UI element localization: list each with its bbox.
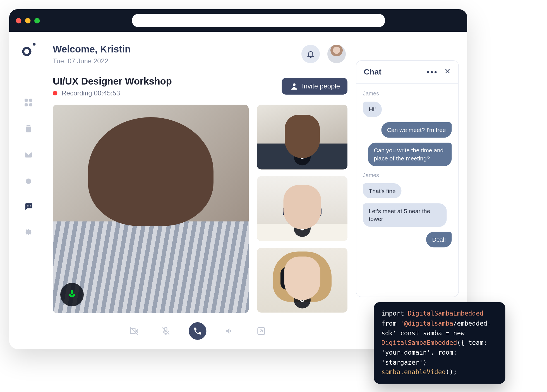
chat-message-in: Hi! — [363, 102, 382, 117]
invite-people-button[interactable]: Invite people — [282, 78, 347, 95]
window-maximize-dot[interactable] — [34, 18, 40, 23]
chat-close-button[interactable] — [444, 68, 451, 76]
toggle-volume-button[interactable] — [221, 322, 238, 340]
bell-icon — [306, 50, 315, 58]
nav-item-chat[interactable] — [24, 202, 33, 211]
nav-item-dashboard[interactable] — [24, 98, 33, 107]
notifications-button[interactable] — [301, 45, 320, 63]
share-screen-button[interactable] — [253, 322, 270, 340]
main-column: Welcome, Kristin Tue, 07 June 2022 UI/UX… — [48, 32, 356, 349]
code-token: import — [382, 310, 408, 317]
url-bar[interactable] — [132, 14, 385, 27]
meeting-title-block: UI/UX Designer Workshop Recording 00:45:… — [53, 76, 172, 97]
svg-point-6 — [28, 205, 30, 206]
svg-rect-3 — [29, 103, 32, 106]
nav-list — [24, 98, 33, 237]
svg-point-7 — [30, 205, 31, 206]
nav-item-inbox[interactable] — [24, 150, 33, 159]
recording-dot-icon — [53, 91, 57, 96]
microphone-icon — [299, 153, 306, 160]
window-close-dot[interactable] — [16, 18, 21, 23]
invite-people-label: Invite people — [302, 83, 340, 90]
stopwatch-icon — [24, 176, 33, 185]
user-avatar[interactable] — [327, 45, 346, 63]
participant-tile[interactable] — [257, 104, 347, 169]
chat-sender-label: James — [363, 172, 452, 178]
mic-indicator — [294, 220, 311, 237]
svg-rect-0 — [25, 99, 28, 102]
nav-item-settings[interactable] — [24, 228, 33, 237]
code-token: (); — [446, 368, 457, 376]
code-token: '@digitalsamba — [400, 319, 453, 327]
chat-bubble-icon — [24, 202, 33, 211]
active-speaker-tile[interactable] — [53, 104, 249, 313]
code-snippet-card: import DigitalSambaEmbedded from '@digit… — [374, 302, 505, 384]
camera-off-icon — [129, 326, 139, 336]
welcome-text: Welcome, Kristin — [53, 43, 131, 56]
chat-message-in: Let's meet at 5 near the tower — [363, 204, 447, 227]
participant-tile[interactable] — [257, 176, 347, 241]
microphone-icon — [67, 289, 78, 300]
window-controls — [16, 18, 40, 23]
title-bar — [9, 9, 467, 32]
svg-rect-2 — [25, 103, 28, 106]
sidebar — [9, 32, 48, 349]
browser-window: Welcome, Kristin Tue, 07 June 2022 UI/UX… — [9, 9, 467, 349]
video-grid — [48, 104, 347, 315]
participant-tile[interactable] — [257, 247, 347, 312]
microphone-icon — [299, 296, 306, 304]
mic-indicator — [294, 292, 311, 308]
meeting-toolbar — [48, 315, 347, 349]
microphone-off-icon — [161, 326, 171, 336]
chat-message-out: Can you write the time and place of the … — [368, 143, 452, 166]
app-body: Welcome, Kristin Tue, 07 June 2022 UI/UX… — [9, 32, 467, 349]
microphone-icon — [299, 225, 306, 232]
participant-thumbnails — [257, 104, 347, 315]
meeting-title: UI/UX Designer Workshop — [53, 76, 172, 87]
code-token: DigitalSambaEmbedded — [382, 339, 457, 347]
chat-header-actions — [427, 68, 451, 76]
toggle-mic-button[interactable] — [157, 322, 175, 340]
close-icon — [444, 68, 451, 74]
chat-header: Chat — [356, 61, 459, 84]
window-minimize-dot[interactable] — [25, 18, 31, 23]
share-icon — [257, 326, 266, 336]
phone-icon — [193, 326, 202, 336]
chat-message-out: Can we meet? I'm free — [381, 122, 452, 138]
volume-icon — [225, 326, 234, 336]
welcome-block: Welcome, Kristin Tue, 07 June 2022 — [53, 43, 131, 66]
code-token: DigitalSambaEmbedded — [408, 310, 483, 317]
nav-item-tasks[interactable] — [24, 124, 33, 133]
hang-up-button[interactable] — [189, 322, 207, 340]
top-row: Welcome, Kristin Tue, 07 June 2022 — [48, 32, 347, 66]
mic-indicator-self[interactable] — [60, 283, 84, 306]
chat-message-out: Deal! — [426, 232, 452, 247]
code-token: samba.enableVideo — [382, 368, 446, 376]
chat-messages: James Hi! Can we meet? I'm free Can you … — [356, 84, 459, 297]
app-logo — [22, 44, 35, 56]
toggle-camera-button[interactable] — [125, 322, 143, 340]
top-actions — [301, 45, 346, 63]
recording-status: Recording 00:45:53 — [53, 89, 172, 97]
chat-menu-button[interactable] — [427, 71, 437, 73]
mail-icon — [24, 150, 33, 159]
nav-item-timer[interactable] — [24, 176, 33, 185]
chat-message-in: That's fine — [363, 183, 402, 198]
chat-panel: Chat James Hi! Can we meet? I'm free Can… — [356, 60, 459, 297]
date-text: Tue, 07 June 2022 — [53, 57, 131, 66]
mic-indicator — [294, 148, 311, 165]
chat-sender-label: James — [363, 90, 452, 97]
grid-icon — [24, 98, 33, 107]
recording-label: Recording 00:45:53 — [62, 89, 120, 97]
svg-rect-1 — [29, 99, 32, 102]
svg-point-8 — [293, 83, 296, 86]
gear-icon — [24, 228, 33, 237]
meeting-header: UI/UX Designer Workshop Recording 00:45:… — [48, 76, 347, 97]
svg-point-5 — [27, 205, 28, 206]
svg-point-4 — [26, 179, 31, 184]
code-token: from — [382, 319, 400, 327]
clipboard-icon — [24, 124, 33, 133]
chat-title: Chat — [364, 68, 382, 77]
person-add-icon — [289, 83, 298, 90]
